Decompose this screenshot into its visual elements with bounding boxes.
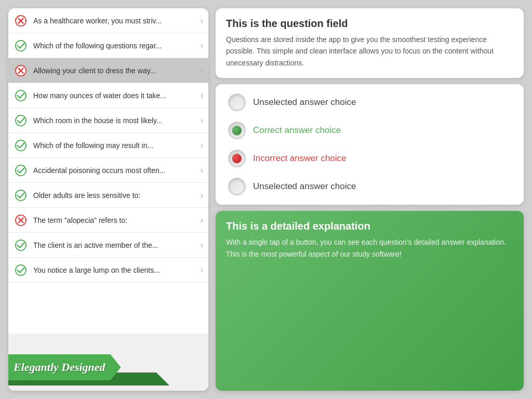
answer-label: Unselected answer choice (253, 97, 356, 108)
radio-button[interactable] (228, 122, 246, 139)
question-text: Accidental poisoning occurs most often..… (33, 166, 197, 175)
question-item[interactable]: Which of the following may result in...› (8, 133, 208, 158)
radio-button[interactable] (228, 150, 246, 167)
radio-button[interactable] (228, 178, 246, 195)
chevron-right-icon: › (201, 241, 203, 250)
cross-icon (14, 63, 28, 78)
answer-label: Incorrect answer choice (253, 153, 347, 164)
right-panel: This is the question field Questions are… (216, 8, 524, 391)
banner-ribbon: Elegantly Designed (8, 354, 121, 380)
answer-choice[interactable]: Correct answer choice (223, 117, 516, 143)
question-field-description: Questions are stored inside the app to g… (226, 34, 513, 69)
question-item[interactable]: How many ounces of water does it take...… (8, 83, 208, 108)
question-text: Older adults are less sensitive to: (33, 191, 197, 200)
question-item[interactable]: The term "alopecia" refers to:› (8, 208, 208, 233)
question-item[interactable]: Which room in the house is most likely..… (8, 108, 208, 133)
question-item[interactable]: Accidental poisoning occurs most often..… (8, 158, 208, 183)
question-item[interactable]: Older adults are less sensitive to:› (8, 183, 208, 208)
chevron-right-icon: › (201, 91, 203, 100)
question-item[interactable]: Allowing your client to dress the way...… (8, 58, 208, 83)
chevron-right-icon: › (201, 216, 203, 225)
cross-icon (14, 14, 28, 28)
question-field-title: This is the question field (226, 18, 513, 30)
answers-card: Unselected answer choiceCorrect answer c… (216, 84, 524, 205)
check-icon (14, 163, 28, 178)
question-item[interactable]: Which of the following questions regar..… (8, 33, 208, 58)
question-text: Which of the following questions regar..… (33, 42, 197, 50)
radio-inner-incorrect (232, 154, 242, 163)
chevron-right-icon: › (201, 265, 203, 275)
chevron-right-icon: › (201, 116, 203, 125)
check-icon (14, 38, 28, 53)
question-item[interactable]: As a healthcare worker, you must striv..… (8, 8, 208, 33)
check-icon (14, 263, 28, 277)
elegantly-banner: Elegantly Designed (8, 334, 208, 391)
check-icon (14, 138, 28, 153)
chevron-right-icon: › (201, 41, 203, 50)
question-field-card: This is the question field Questions are… (216, 8, 524, 78)
cross-icon (14, 213, 28, 228)
check-icon (14, 238, 28, 252)
explanation-title: This is a detailed explanation (226, 220, 513, 232)
chevron-right-icon: › (201, 141, 203, 150)
answer-choice[interactable]: Unselected answer choice (223, 174, 516, 200)
answer-label: Correct answer choice (253, 125, 341, 136)
question-list: As a healthcare worker, you must striv..… (8, 8, 208, 334)
check-icon (14, 188, 28, 203)
check-icon (14, 88, 28, 103)
question-text: The term "alopecia" refers to: (33, 216, 197, 224)
question-text: The client is an active member of the... (33, 241, 197, 249)
question-text: Which of the following may result in... (33, 141, 197, 150)
chevron-right-icon: › (201, 191, 203, 200)
check-icon (14, 113, 28, 128)
question-list-panel: As a healthcare worker, you must striv..… (8, 8, 208, 391)
radio-inner-correct (232, 126, 242, 135)
question-text: You notice a large lump on the clients..… (33, 266, 197, 274)
chevron-right-icon: › (201, 16, 203, 25)
explanation-card: This is a detailed explanation With a si… (216, 211, 524, 391)
chevron-right-icon: › (201, 166, 203, 175)
answer-choice[interactable]: Unselected answer choice (223, 89, 516, 115)
question-text: As a healthcare worker, you must striv..… (33, 17, 197, 25)
question-text: Allowing your client to dress the way... (33, 66, 197, 75)
question-text: How many ounces of water does it take... (33, 91, 197, 100)
explanation-description: With a single tap of a button, you can s… (226, 236, 513, 260)
radio-button[interactable] (228, 94, 246, 111)
question-text: Which room in the house is most likely..… (33, 116, 197, 125)
answer-choice[interactable]: Incorrect answer choice (223, 145, 516, 171)
banner-text: Elegantly Designed (14, 361, 105, 374)
answer-label: Unselected answer choice (253, 181, 356, 192)
chevron-right-icon: › (201, 66, 203, 75)
question-item[interactable]: The client is an active member of the...… (8, 233, 208, 258)
question-item[interactable]: You notice a large lump on the clients..… (8, 258, 208, 283)
